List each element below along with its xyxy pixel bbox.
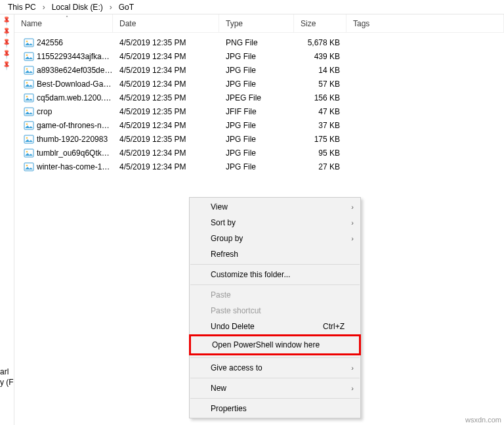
image-file-icon: [24, 106, 34, 117]
sidebar-fragment: arl: [0, 367, 9, 376]
column-header-date[interactable]: Date: [113, 14, 219, 32]
menu-label: Customize this folder...: [211, 270, 290, 279]
file-date: 4/5/2019 12:35 PM: [113, 38, 219, 47]
menu-label: Refresh: [211, 250, 238, 259]
breadcrumb[interactable]: This PC › Local Disk (E:) › GoT: [0, 0, 504, 14]
file-size: 95 KB: [294, 148, 346, 158]
menu-label: Paste: [211, 290, 231, 300]
menu-paste-shortcut: Paste shortcut: [190, 303, 360, 319]
menu-separator: [190, 264, 360, 265]
file-type: JPG File: [219, 148, 294, 158]
file-type: JPG File: [219, 135, 294, 144]
file-size: 439 KB: [294, 52, 346, 61]
file-row[interactable]: crop4/5/2019 12:35 PMJFIF File47 KB: [14, 104, 504, 118]
column-header-name[interactable]: Name: [14, 14, 113, 32]
file-row[interactable]: cq5dam.web.1200.6…4/5/2019 12:35 PMJPEG …: [14, 91, 504, 104]
file-rows: 2425564/5/2019 12:35 PMPNG File5,678 KB1…: [14, 33, 504, 173]
menu-label: Group by: [211, 234, 243, 243]
chevron-right-icon: ›: [351, 384, 354, 392]
menu-view[interactable]: View›: [190, 199, 360, 215]
file-row[interactable]: winter-has-come-1…4/5/2019 12:34 PMJPG F…: [14, 160, 504, 173]
menu-separator: [190, 357, 360, 358]
column-headers: ˄ Name Date Type Size Tags: [14, 14, 504, 33]
file-date: 4/5/2019 12:34 PM: [113, 121, 219, 130]
context-menu: View› Sort by› Group by› Refresh Customi…: [189, 197, 361, 418]
menu-refresh[interactable]: Refresh: [190, 246, 360, 262]
menu-open-powershell[interactable]: Open PowerShell window here: [191, 336, 359, 353]
file-size: 57 KB: [294, 79, 346, 89]
quick-access-strip: 📌 📌 📌 📌 📌: [0, 14, 14, 425]
image-file-icon: [24, 79, 34, 89]
file-type: PNG File: [219, 38, 294, 47]
menu-new[interactable]: New›: [190, 380, 360, 396]
menu-paste: Paste: [190, 287, 360, 303]
sidebar-fragment: y (F: [0, 378, 14, 387]
file-name: a8938e624ef035de4…: [37, 66, 113, 75]
file-row[interactable]: a8938e624ef035de4…4/5/2019 12:34 PMJPG F…: [14, 63, 504, 77]
file-date: 4/5/2019 12:34 PM: [113, 148, 219, 158]
image-file-icon: [24, 120, 34, 131]
menu-separator: [190, 378, 360, 378]
column-header-size[interactable]: Size: [294, 14, 346, 32]
highlight-box: Open PowerShell window here: [189, 334, 361, 355]
breadcrumb-drive[interactable]: Local Disk (E:): [49, 1, 106, 13]
menu-label: Open PowerShell window here: [212, 340, 320, 349]
menu-undo-delete[interactable]: Undo DeleteCtrl+Z: [190, 319, 360, 334]
file-date: 4/5/2019 12:35 PM: [113, 135, 219, 144]
file-name: 11552293443ajfkap7…: [37, 52, 113, 61]
watermark: wsxdn.com: [465, 416, 501, 424]
image-file-icon: [24, 93, 34, 103]
file-name: 242556: [37, 38, 63, 47]
image-file-icon: [24, 148, 34, 158]
image-file-icon: [24, 51, 34, 62]
image-file-icon: [24, 134, 34, 145]
file-name: tumblr_ou69q6Qtk…: [37, 148, 110, 158]
menu-label: Sort by: [211, 218, 236, 227]
file-type: JFIF File: [219, 107, 294, 116]
image-file-icon: [24, 37, 34, 48]
menu-label: Properties: [211, 404, 247, 413]
menu-shortcut: Ctrl+Z: [323, 322, 345, 331]
column-header-tags[interactable]: Tags: [346, 14, 504, 32]
breadcrumb-folder[interactable]: GoT: [116, 1, 136, 13]
file-size: 37 KB: [294, 121, 346, 130]
file-size: 27 KB: [294, 162, 346, 171]
file-type: JPEG File: [219, 93, 294, 102]
file-name: thumb-1920-220983: [37, 135, 108, 144]
menu-customize-folder[interactable]: Customize this folder...: [190, 267, 360, 282]
file-row[interactable]: thumb-1920-2209834/5/2019 12:35 PMJPG Fi…: [14, 132, 504, 146]
file-name: cq5dam.web.1200.6…: [37, 93, 113, 102]
chevron-right-icon[interactable]: ›: [40, 3, 48, 12]
file-date: 4/5/2019 12:34 PM: [113, 162, 219, 171]
file-row[interactable]: Best-Download-Ga…4/5/2019 12:34 PMJPG Fi…: [14, 77, 504, 91]
image-file-icon: [24, 162, 34, 172]
chevron-right-icon: ›: [351, 219, 354, 227]
menu-separator: [190, 284, 360, 285]
file-type: JPG File: [219, 66, 294, 75]
file-size: 156 KB: [294, 93, 346, 102]
column-header-type[interactable]: Type: [219, 14, 294, 32]
menu-label: Paste shortcut: [211, 306, 261, 315]
menu-properties[interactable]: Properties: [190, 401, 360, 416]
menu-give-access-to[interactable]: Give access to›: [190, 360, 360, 376]
file-size: 14 KB: [294, 66, 346, 75]
file-date: 4/5/2019 12:34 PM: [113, 66, 219, 75]
breadcrumb-this-pc[interactable]: This PC: [5, 1, 39, 13]
file-row[interactable]: 11552293443ajfkap7…4/5/2019 12:34 PMJPG …: [14, 49, 504, 63]
file-date: 4/5/2019 12:35 PM: [113, 93, 219, 102]
file-row[interactable]: tumblr_ou69q6Qtk…4/5/2019 12:34 PMJPG Fi…: [14, 146, 504, 160]
file-name: game-of-thrones-n…: [37, 121, 110, 130]
menu-group-by[interactable]: Group by›: [190, 231, 360, 246]
file-size: 5,678 KB: [294, 38, 346, 47]
menu-label: Undo Delete: [211, 322, 255, 331]
chevron-right-icon: ›: [351, 235, 354, 242]
file-row[interactable]: 2425564/5/2019 12:35 PMPNG File5,678 KB: [14, 35, 504, 49]
chevron-right-icon[interactable]: ›: [107, 3, 115, 12]
file-type: JPG File: [219, 121, 294, 130]
chevron-right-icon: ›: [351, 203, 354, 211]
file-row[interactable]: game-of-thrones-n…4/5/2019 12:34 PMJPG F…: [14, 118, 504, 132]
file-date: 4/5/2019 12:35 PM: [113, 107, 219, 116]
file-type: JPG File: [219, 79, 294, 89]
menu-sort-by[interactable]: Sort by›: [190, 215, 360, 231]
file-date: 4/5/2019 12:34 PM: [113, 52, 219, 61]
